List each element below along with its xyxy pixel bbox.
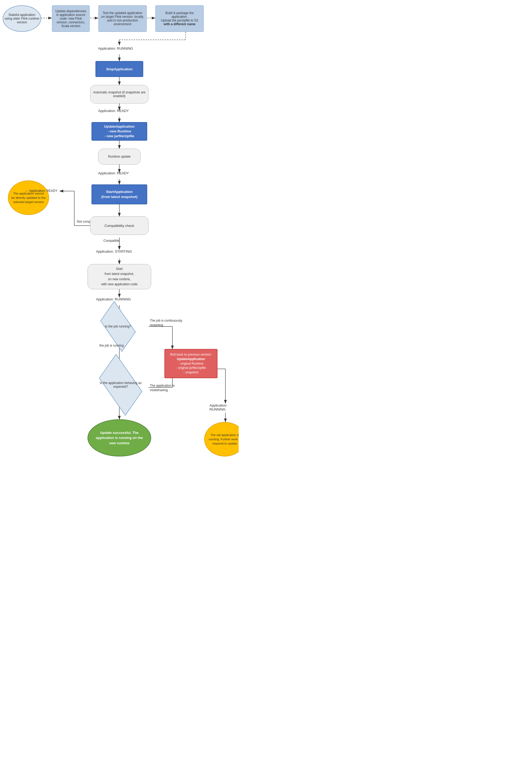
old-app-label: The old application is running. Further … xyxy=(208,433,239,446)
application-ready-label-arrow: ← Application: READY xyxy=(25,189,57,193)
box-build-package: Build & package the application.Upload t… xyxy=(155,5,204,32)
job-running-text: the job is running xyxy=(99,344,124,347)
box-build-package-label: Build & package the application.Upload t… xyxy=(158,11,201,26)
box-update-deps-label: Update dependencies in application sourc… xyxy=(55,9,87,28)
box-update-deps: Update dependencies in application sourc… xyxy=(52,5,90,32)
compatibility-check: Compatibility check xyxy=(90,216,148,235)
status-ready-1-label: Application: READY xyxy=(98,109,129,113)
compatible-label: Compatible xyxy=(103,239,120,243)
update-application: UpdateApplication- new Runtime- new jarf… xyxy=(92,122,147,140)
compatibility-check-label: Compatibility check xyxy=(104,224,134,228)
old-app-circle: The old application is running. Further … xyxy=(204,422,239,457)
status-running-right: Application: RUNNING xyxy=(209,403,239,411)
rollback-box: Roll back to previous version:UpdateAppl… xyxy=(165,349,217,378)
start-circle-label: Stateful application using older Flink r… xyxy=(3,12,41,25)
start-box-label: Startfrom latest snapshot,on new runtime… xyxy=(101,266,138,287)
runtime-update-label: Runtime update xyxy=(108,155,131,158)
status-ready-2-label: Application: READY xyxy=(98,171,129,175)
diagram-container: Stateful application using older Flink r… xyxy=(0,0,239,759)
status-running-top-label: Application: RUNNING xyxy=(98,46,133,51)
misbehaving-label: The application is misbehaving xyxy=(150,383,182,392)
auto-snapshot-label: Automatic snapshot (if snapshots are ena… xyxy=(93,91,146,98)
stop-application-label: StopApplication xyxy=(106,67,133,71)
start-box: Startfrom latest snapshot,on new runtime… xyxy=(88,264,151,289)
diamond-job-running-text: Is the job running? xyxy=(105,325,131,328)
diamond-app-behaving: Is the application behaving as expected? xyxy=(94,369,147,401)
status-running-mid: Application: RUNNING xyxy=(96,297,131,301)
diamond-job-running: Is the job running? xyxy=(97,313,139,340)
success-circle: Update successful. The application is ru… xyxy=(88,419,151,457)
stop-application: StopApplication xyxy=(95,61,143,77)
status-ready-2: Application: READY xyxy=(98,171,129,175)
runtime-update: Runtime update xyxy=(98,149,140,165)
start-application-label: StartApplication(from latest snapshot) xyxy=(101,189,138,199)
misbehaving-text: The application is misbehaving xyxy=(150,384,174,392)
restarting-text: The job is continuously restarting xyxy=(150,319,182,327)
rollback-label: Roll back to previous version:UpdateAppl… xyxy=(170,352,212,375)
status-running-mid-label: Application: RUNNING xyxy=(96,297,131,301)
auto-snapshot: Automatic snapshot (if snapshots are ena… xyxy=(90,85,148,103)
status-running-top: Application: RUNNING xyxy=(98,46,133,51)
status-running-right-label: Application: RUNNING xyxy=(209,403,227,411)
box-test-app-label: Test the updated application on target F… xyxy=(101,11,144,26)
status-ready-1: Application: READY xyxy=(98,109,129,113)
update-application-label: UpdateApplication- new Runtime- new jarf… xyxy=(104,124,135,139)
job-running-label: the job is running xyxy=(99,344,124,347)
status-starting-label: Application: STARTING xyxy=(96,250,132,254)
compatible-text: Compatible xyxy=(103,239,120,243)
diamond-app-behaving-text: Is the application behaving as expected? xyxy=(94,381,147,388)
restarting-label: The job is continuously restarting xyxy=(150,318,187,328)
not-compatible-circle: The application cannot be directly updat… xyxy=(8,180,49,215)
start-application: StartApplication(from latest snapshot) xyxy=(92,184,147,204)
start-circle: Stateful application using older Flink r… xyxy=(3,5,41,32)
status-starting: Application: STARTING xyxy=(96,250,132,254)
application-ready-arrow-text: ← Application: READY xyxy=(25,189,57,193)
success-label: Update successful. The application is ru… xyxy=(92,430,147,446)
not-compatible-label: The application cannot be directly updat… xyxy=(11,191,46,204)
box-test-app: Test the updated application on target F… xyxy=(98,5,147,32)
